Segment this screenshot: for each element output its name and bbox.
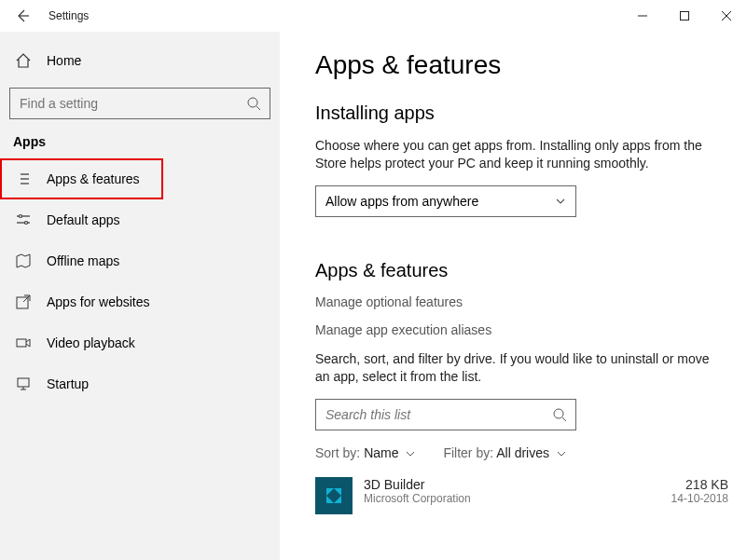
app-size: 218 KB bbox=[671, 477, 728, 492]
content: Home Apps Apps & features Default apps bbox=[0, 32, 747, 560]
sidebar-item-apps-websites[interactable]: Apps for websites bbox=[0, 281, 280, 322]
app-name: 3D Builder bbox=[364, 477, 671, 492]
home-icon bbox=[13, 52, 34, 69]
execution-aliases-link[interactable]: Manage app execution aliases bbox=[315, 322, 738, 337]
sidebar-item-startup[interactable]: Startup bbox=[0, 363, 280, 404]
minimize-button[interactable] bbox=[621, 2, 663, 30]
window-controls bbox=[621, 2, 747, 30]
maximize-button[interactable] bbox=[663, 2, 705, 30]
svg-point-21 bbox=[554, 409, 563, 418]
filter-value: All drives bbox=[496, 445, 549, 460]
svg-line-5 bbox=[256, 106, 260, 110]
app-info: 3D Builder Microsoft Corporation bbox=[364, 477, 671, 505]
home-link[interactable]: Home bbox=[0, 43, 280, 78]
close-button[interactable] bbox=[705, 2, 747, 30]
sidebar-item-label: Video playback bbox=[47, 335, 135, 350]
sidebar-item-label: Startup bbox=[47, 376, 89, 391]
optional-features-link[interactable]: Manage optional features bbox=[315, 294, 738, 309]
app-date: 14-10-2018 bbox=[671, 492, 728, 505]
chevron-down-icon bbox=[555, 196, 566, 207]
sidebar-item-offline-maps[interactable]: Offline maps bbox=[0, 240, 280, 281]
installing-desc: Choose where you can get apps from. Inst… bbox=[315, 137, 726, 172]
svg-point-13 bbox=[20, 215, 22, 218]
home-label: Home bbox=[47, 53, 81, 68]
titlebar: Settings bbox=[0, 0, 747, 32]
page-title: Apps & features bbox=[315, 50, 738, 80]
app-list-search[interactable] bbox=[315, 399, 576, 430]
sidebar: Home Apps Apps & features Default apps bbox=[0, 32, 280, 560]
svg-rect-18 bbox=[18, 378, 29, 387]
filter-label: Filter by: bbox=[443, 445, 493, 460]
search-icon bbox=[544, 407, 575, 422]
install-source-dropdown[interactable]: Allow apps from anywhere bbox=[315, 185, 576, 217]
sidebar-item-label: Offline maps bbox=[47, 253, 119, 268]
sidebar-item-default-apps[interactable]: Default apps bbox=[0, 199, 280, 240]
sidebar-item-video-playback[interactable]: Video playback bbox=[0, 322, 280, 363]
sidebar-item-label: Default apps bbox=[47, 212, 120, 227]
sort-label: Sort by: bbox=[315, 445, 360, 460]
map-icon bbox=[13, 253, 34, 269]
settings-search-wrap bbox=[9, 88, 270, 119]
apps-desc: Search, sort, and filter by drive. If yo… bbox=[315, 350, 726, 386]
filter-dropdown[interactable]: All drives bbox=[496, 445, 566, 460]
svg-point-4 bbox=[248, 98, 257, 107]
installing-heading: Installing apps bbox=[315, 102, 738, 124]
settings-search[interactable] bbox=[9, 88, 270, 119]
sort-filter-row: Sort by: Name Filter by: All drives bbox=[315, 445, 738, 460]
svg-point-15 bbox=[25, 222, 28, 225]
sidebar-section-label: Apps bbox=[13, 134, 280, 149]
app-meta: 218 KB 14-10-2018 bbox=[671, 477, 728, 505]
back-button[interactable] bbox=[7, 1, 37, 31]
main-pane: Apps & features Installing apps Choose w… bbox=[280, 32, 747, 560]
svg-rect-1 bbox=[680, 12, 688, 20]
sort-dropdown[interactable]: Name bbox=[364, 445, 415, 460]
settings-search-input[interactable] bbox=[10, 96, 238, 111]
apps-heading: Apps & features bbox=[315, 260, 738, 281]
window-title: Settings bbox=[48, 9, 89, 22]
app-list-search-input[interactable] bbox=[316, 407, 544, 422]
app-list-item[interactable]: 3D Builder Microsoft Corporation 218 KB … bbox=[315, 477, 738, 514]
sort-value: Name bbox=[364, 445, 398, 460]
video-icon bbox=[13, 335, 34, 351]
dropdown-value: Allow apps from anywhere bbox=[325, 194, 478, 209]
sidebar-item-label: Apps & features bbox=[47, 171, 140, 186]
search-icon bbox=[238, 96, 270, 111]
svg-line-22 bbox=[562, 417, 566, 421]
defaults-icon bbox=[13, 212, 34, 228]
open-icon bbox=[13, 294, 34, 310]
app-icon bbox=[315, 477, 353, 514]
list-icon bbox=[13, 171, 34, 187]
startup-icon bbox=[13, 376, 34, 392]
app-publisher: Microsoft Corporation bbox=[364, 492, 671, 505]
sidebar-item-label: Apps for websites bbox=[47, 294, 150, 309]
sidebar-item-apps-features[interactable]: Apps & features bbox=[0, 158, 163, 199]
svg-rect-17 bbox=[17, 339, 26, 347]
